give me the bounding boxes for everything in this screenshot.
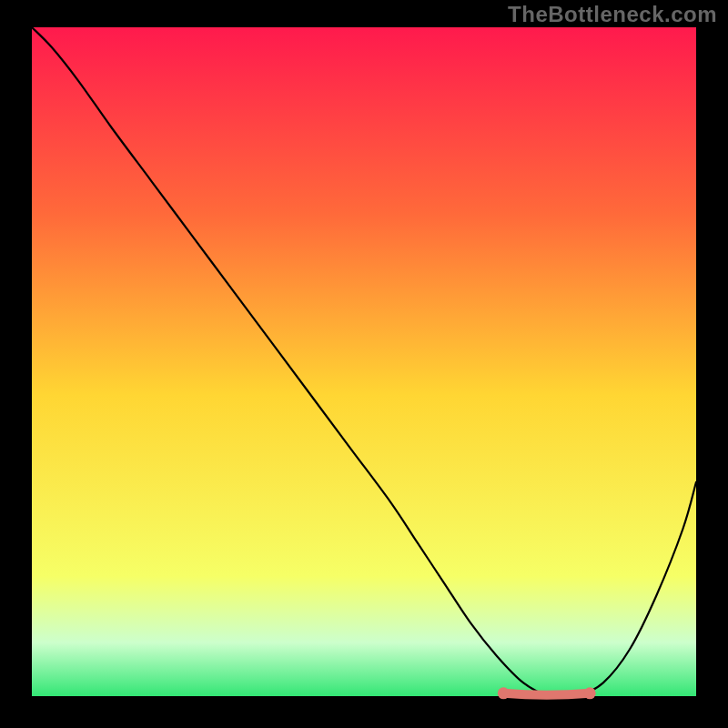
bottleneck-chart [0, 0, 728, 728]
valley-highlight-dot-left [498, 687, 510, 699]
gradient-background [32, 27, 696, 696]
chart-frame: { "watermark": "TheBottleneck.com", "col… [0, 0, 728, 728]
valley-highlight-dot-right [584, 687, 596, 699]
valley-highlight-segment [503, 693, 590, 695]
watermark-text: TheBottleneck.com [508, 2, 717, 27]
